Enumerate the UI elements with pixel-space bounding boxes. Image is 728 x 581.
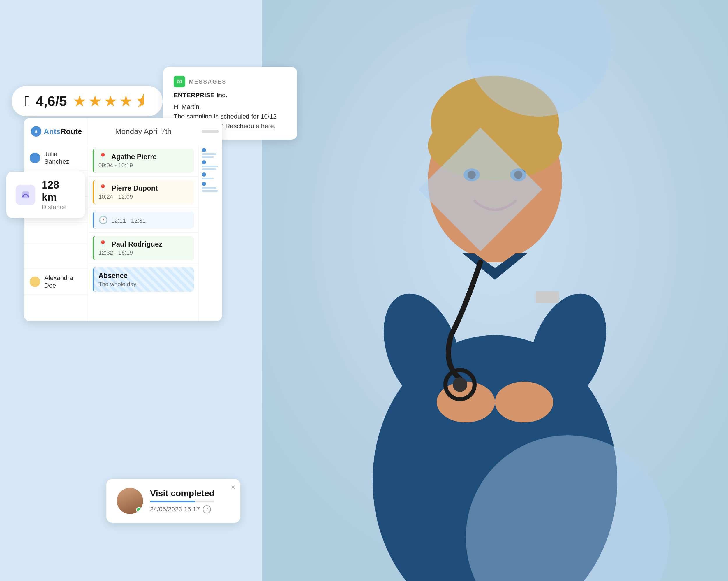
visit-row-paul: 📍 Paul Rodriguez 12:32 - 16:19 — [88, 232, 199, 264]
minimap-line-4b — [202, 190, 218, 192]
apple-icon:  — [24, 94, 30, 109]
minimap-item-1 — [202, 148, 219, 158]
absence-subtitle: The whole day — [99, 281, 189, 287]
pin-icon-paul: 📍 — [99, 240, 107, 248]
agent-avatar-alexandra — [30, 277, 40, 287]
visit-row-agathe: 📍 Agathe Pierre 09:04 - 10:19 — [88, 145, 199, 177]
online-indicator — [136, 507, 142, 513]
ants-logo: a AntsRoute — [31, 126, 82, 137]
ants-text: AntsRoute — [44, 127, 82, 136]
datetime-text: 24/05/2023 15:17 — [150, 506, 200, 513]
minimap-item-2 — [202, 160, 219, 170]
reschedule-link[interactable]: Reschedule here — [225, 122, 274, 130]
svg-point-20 — [28, 196, 29, 197]
schedule-header: a AntsRoute Monday April 7th — [24, 118, 222, 145]
visit-card-agathe: 📍 Agathe Pierre 09:04 - 10:19 — [93, 149, 194, 173]
pin-icon-yellow: 📍 — [99, 184, 107, 192]
visit-card-break: 🕐 12:11 - 12:31 — [93, 211, 194, 229]
clock-icon: 🕐 — [99, 216, 108, 225]
agent-row-alexandra: Alexandra Doe — [24, 269, 88, 295]
visit-name-pierre: 📍 Pierre Dupont — [99, 184, 189, 192]
visit-avatar — [117, 488, 143, 514]
schedule-date: Monday April 7th — [115, 127, 172, 136]
messages-header: ✉ MESSAGES — [174, 76, 287, 87]
visit-card-absence: Absence The whole day — [93, 268, 194, 292]
visit-completed-card: × Visit completed 24/05/2023 15:17 ✓ — [106, 479, 240, 523]
schedule-scrollbar-col — [199, 118, 222, 145]
visit-progress-bar — [150, 501, 214, 502]
minimap-dot-3 — [202, 173, 206, 177]
absence-spacer — [24, 295, 88, 321]
schedule-body: Julia Sanchez Alexandra Doe 📍 A — [24, 145, 222, 321]
messages-label: MESSAGES — [189, 78, 226, 85]
svg-point-19 — [22, 196, 24, 197]
star-2: ★ — [88, 92, 102, 110]
minimap-line-3a — [202, 178, 213, 179]
minimap-col — [199, 145, 222, 321]
distance-card: 128 km Distance — [6, 172, 85, 218]
star-1: ★ — [73, 92, 86, 110]
agent-avatar-julia — [30, 153, 40, 163]
pin-icon-green: 📍 — [99, 153, 107, 160]
agent-name-julia: Julia Sanchez — [44, 150, 82, 166]
rating-score: 4,6/5 — [36, 93, 67, 109]
minimap-line-2b — [202, 169, 216, 170]
agents-col: Julia Sanchez Alexandra Doe — [24, 145, 88, 321]
star-3: ★ — [104, 92, 118, 110]
route-icon — [20, 189, 31, 201]
visit-progress-fill — [150, 501, 195, 502]
visit-row-break: 🕐 12:11 - 12:31 — [88, 208, 199, 232]
visit-card-paul: 📍 Paul Rodriguez 12:32 - 16:19 — [93, 236, 194, 260]
minimap-line-4a — [202, 187, 216, 189]
minimap-item-4 — [202, 182, 219, 192]
schedule-panel: a AntsRoute Monday April 7th Julia Sanch… — [24, 118, 222, 321]
minimap-line-1a — [202, 153, 216, 155]
visit-name-paul: 📍 Paul Rodriguez — [99, 240, 189, 248]
minimap-item-3 — [202, 173, 219, 179]
scrollbar-track — [202, 130, 219, 133]
svg-rect-17 — [536, 292, 559, 303]
minimap-dot-1 — [202, 148, 206, 152]
visits-col: 📍 Agathe Pierre 09:04 - 10:19 📍 Pierre D… — [88, 145, 199, 321]
distance-label: Distance — [42, 203, 76, 211]
minimap-line-1b — [202, 156, 213, 158]
visit-info: Visit completed 24/05/2023 15:17 ✓ — [150, 488, 214, 513]
agent-row-julia: Julia Sanchez — [24, 145, 88, 171]
svg-point-16 — [453, 377, 467, 392]
agent-name-alexandra: Alexandra Doe — [44, 274, 82, 289]
minimap-dot-4 — [202, 182, 206, 186]
visit-completed-title: Visit completed — [150, 488, 214, 498]
check-circle-icon: ✓ — [203, 505, 211, 513]
star-4: ★ — [119, 92, 133, 110]
svg-rect-18 — [22, 192, 29, 198]
minimap-line-2a — [202, 166, 218, 167]
visit-card-pierre: 📍 Pierre Dupont 10:24 - 12:09 — [93, 180, 194, 204]
julia-visit-spacer-4 — [24, 243, 88, 269]
visit-time-paul: 12:32 - 16:19 — [99, 249, 189, 256]
ants-icon: a — [31, 126, 42, 137]
schedule-date-col: Monday April 7th — [88, 118, 199, 145]
absence-title: Absence — [99, 272, 189, 280]
distance-value: 128 km — [42, 179, 76, 203]
julia-visit-spacer-3 — [24, 222, 88, 243]
visit-time-break: 12:11 - 12:31 — [111, 217, 146, 224]
visit-name-agathe: 📍 Agathe Pierre — [99, 153, 189, 161]
visit-datetime: 24/05/2023 15:17 ✓ — [150, 505, 214, 513]
messages-icon: ✉ — [174, 76, 185, 87]
close-button[interactable]: × — [231, 483, 235, 491]
visit-row-pierre: 📍 Pierre Dupont 10:24 - 12:09 — [88, 177, 199, 208]
schedule-logo-col: a AntsRoute — [24, 118, 88, 145]
distance-info: 128 km Distance — [42, 179, 76, 211]
svg-point-14 — [495, 382, 553, 423]
star-5: ⯨ — [135, 92, 150, 110]
minimap-dot-2 — [202, 160, 206, 164]
visit-time-pierre: 10:24 - 12:09 — [99, 194, 189, 200]
visit-row-absence: Absence The whole day — [88, 264, 199, 295]
stars-container: ★ ★ ★ ★ ⯨ — [73, 92, 150, 110]
messages-sender: ENTERPRISE Inc. — [174, 92, 287, 99]
distance-icon — [16, 185, 35, 205]
rating-card:  4,6/5 ★ ★ ★ ★ ⯨ — [12, 86, 162, 116]
visit-time-agathe: 09:04 - 10:19 — [99, 162, 189, 169]
